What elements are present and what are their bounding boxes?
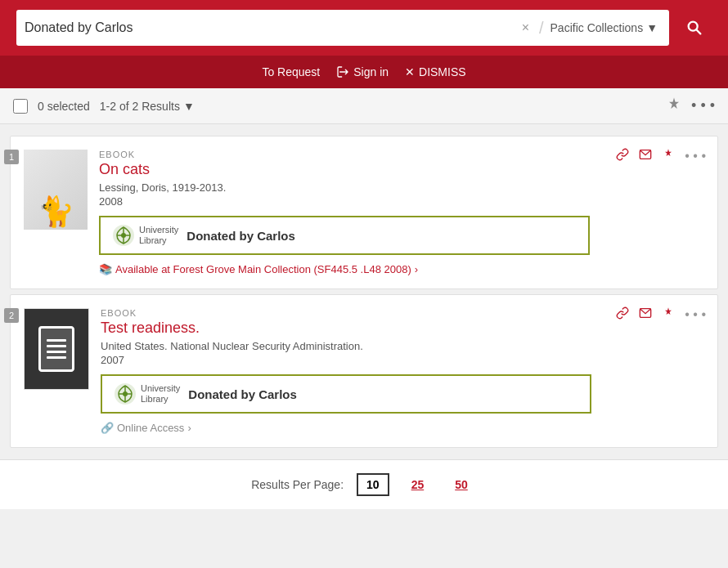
library-logo-text: University Library	[139, 225, 178, 246]
pin-icon[interactable]	[667, 96, 681, 115]
result-content: EBOOK Test readiness. United States. Nat…	[101, 308, 704, 434]
to-request-link[interactable]: To Request	[262, 65, 320, 78]
sign-in-icon	[336, 65, 349, 78]
per-page-label: Results Per Page:	[251, 478, 344, 491]
sign-in-link[interactable]: Sign in	[336, 65, 389, 78]
link-icon[interactable]	[616, 148, 629, 164]
search-icon	[685, 19, 703, 37]
header: × / Pacific Collections ▼	[0, 0, 728, 56]
result-title[interactable]: Test readiness.	[101, 320, 704, 337]
results-footer: Results Per Page: 10 25 50	[0, 459, 728, 509]
online-access-label: Online Access	[117, 422, 184, 434]
result-inner: 🐈 EBOOK On cats Lessing, Doris, 1919-201…	[24, 150, 704, 275]
chevron-down-icon: ▼	[646, 21, 658, 34]
tablet-line	[47, 345, 66, 347]
search-button[interactable]	[677, 14, 712, 42]
pin-icon[interactable]	[662, 148, 675, 164]
divider: /	[536, 19, 547, 38]
library-logo-text: University Library	[141, 383, 180, 405]
result-number: 2	[4, 308, 19, 323]
library-logo-icon	[112, 224, 135, 247]
dismiss-button[interactable]: ✕ DISMISS	[405, 65, 466, 78]
book-cover-image: 🐈	[38, 197, 74, 226]
online-access-link-icon: 🔗	[101, 422, 114, 434]
dismiss-x-icon: ✕	[405, 65, 415, 78]
search-bar: × / Pacific Collections ▼	[16, 10, 669, 46]
page-size-10-button[interactable]: 10	[357, 473, 389, 496]
result-actions: • • •	[616, 306, 706, 323]
link-icon[interactable]	[616, 306, 629, 323]
dismiss-label: DISMISS	[419, 65, 466, 78]
result-type: EBOOK	[101, 308, 704, 318]
email-icon[interactable]	[639, 148, 652, 164]
pin-icon[interactable]	[662, 306, 675, 323]
result-type: EBOOK	[99, 150, 704, 159]
library-badge-label: Donated by Carlos	[186, 229, 295, 243]
result-author: Lessing, Doris, 1919-2013.	[99, 181, 704, 194]
library-logo: University Library	[112, 224, 178, 247]
tablet-line	[47, 356, 66, 359]
library-badge: University Library Donated by Carlos	[101, 374, 591, 414]
result-card: 1 • • • 🐈	[10, 136, 718, 289]
library-badge: University Library Donated by Carlos	[99, 216, 590, 255]
result-author: United States. National Nuclear Security…	[101, 340, 704, 352]
result-actions: • • •	[616, 148, 706, 164]
page-size-50-button[interactable]: 50	[446, 474, 477, 495]
results-count-label: 1-2 of 2 Results	[100, 100, 180, 113]
results-count[interactable]: 1-2 of 2 Results ▼	[100, 100, 195, 113]
sign-in-label: Sign in	[353, 65, 389, 78]
clear-icon[interactable]: ×	[515, 20, 536, 35]
results-list: 1 • • • 🐈	[0, 124, 728, 459]
result-inner: EBOOK Test readiness. United States. Nat…	[24, 308, 704, 434]
selected-count: 0 selected	[38, 100, 90, 113]
library-badge-label: Donated by Carlos	[188, 387, 297, 401]
banner-bar: To Request Sign in ✕ DISMISS	[0, 56, 728, 88]
availability-text: Available at Forest Grove Main Collectio…	[115, 263, 411, 275]
to-request-label: To Request	[262, 65, 320, 78]
search-input[interactable]	[25, 20, 515, 35]
availability-link[interactable]: 📚 Available at Forest Grove Main Collect…	[99, 263, 704, 275]
result-year: 2007	[101, 354, 704, 366]
result-card: 2 • • •	[10, 294, 718, 448]
collection-selector[interactable]: Pacific Collections ▼	[547, 21, 661, 34]
online-access-chevron-icon: ›	[187, 422, 191, 434]
results-dropdown-icon: ▼	[183, 100, 195, 113]
availability-book-icon: 📚	[99, 263, 112, 275]
result-content: EBOOK On cats Lessing, Doris, 1919-2013.…	[99, 150, 704, 275]
library-logo: University Library	[114, 382, 180, 405]
tablet-lines	[47, 339, 66, 359]
page-size-25-button[interactable]: 25	[402, 474, 434, 495]
result-thumbnail: 🐈	[24, 150, 88, 230]
tablet-icon	[38, 326, 74, 372]
result-title[interactable]: On cats	[99, 161, 704, 178]
svg-line-1	[696, 29, 700, 34]
results-toolbar: 0 selected 1-2 of 2 Results ▼ • • •	[0, 88, 728, 124]
tablet-line	[47, 339, 66, 342]
online-access-link[interactable]: 🔗 Online Access ›	[101, 422, 704, 434]
result-number: 1	[4, 150, 19, 164]
result-more-icon[interactable]: • • •	[685, 149, 706, 163]
availability-chevron-icon: ›	[415, 263, 418, 275]
email-icon[interactable]	[639, 306, 652, 323]
tablet-line	[47, 351, 66, 353]
more-options-icon[interactable]: • • •	[691, 97, 715, 114]
library-logo-icon	[114, 382, 137, 405]
select-all-checkbox[interactable]	[13, 99, 28, 114]
result-thumbnail	[24, 308, 89, 390]
result-more-icon[interactable]: • • •	[685, 307, 706, 322]
result-year: 2008	[99, 195, 704, 208]
collection-label: Pacific Collections	[550, 21, 644, 34]
